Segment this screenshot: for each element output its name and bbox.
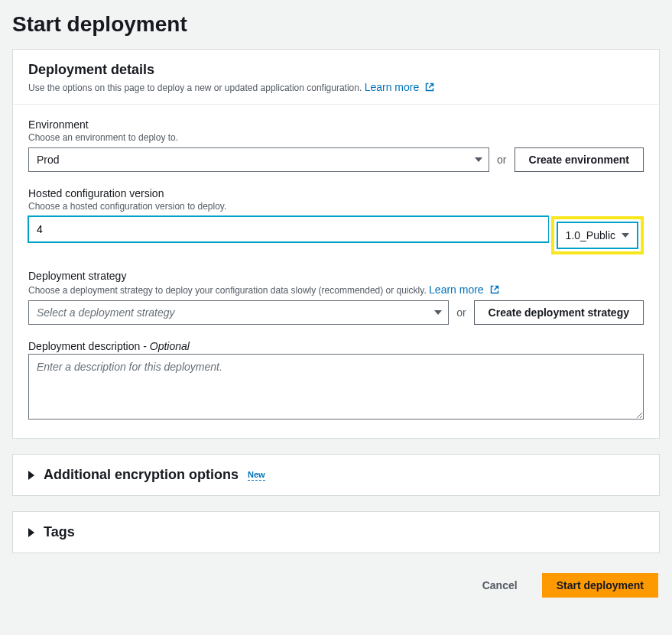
external-link-icon: [425, 81, 434, 93]
version-picker-highlight: 1.0_Public: [551, 216, 644, 254]
footer-actions: Cancel Start deployment: [12, 569, 660, 599]
chevron-down-icon: [434, 310, 442, 315]
strategy-select[interactable]: Select a deployment strategy: [28, 300, 449, 325]
hosted-config-version-picker[interactable]: 1.0_Public: [557, 222, 638, 248]
hosted-config-desc: Choose a hosted configuration version to…: [28, 201, 644, 212]
panel-body: Environment Choose an environment to dep…: [13, 105, 659, 438]
details-subtext: Use the options on this page to deploy a…: [28, 81, 644, 93]
hosted-config-label: Hosted configuration version: [28, 187, 644, 199]
create-strategy-button[interactable]: Create deployment strategy: [474, 300, 644, 325]
environment-label: Environment: [28, 118, 644, 131]
tags-panel[interactable]: Tags: [12, 511, 660, 553]
strategy-desc-text: Choose a deployment strategy to deploy y…: [28, 285, 427, 296]
strategy-field: Deployment strategy Choose a deployment …: [28, 270, 644, 325]
chevron-down-icon: [622, 233, 629, 238]
or-text: or: [497, 154, 506, 166]
environment-select[interactable]: Prod: [28, 147, 489, 172]
or-text: or: [456, 306, 466, 319]
panel-header: Deployment details Use the options on th…: [13, 50, 659, 105]
external-link-icon: [490, 283, 499, 296]
description-label-optional: Optional: [150, 340, 190, 352]
start-deployment-button[interactable]: Start deployment: [542, 573, 658, 598]
encryption-title: Additional encryption options: [44, 467, 239, 483]
hosted-config-version-input[interactable]: [28, 216, 548, 242]
strategy-desc: Choose a deployment strategy to deploy y…: [28, 283, 644, 296]
encryption-panel[interactable]: Additional encryption options New: [12, 454, 660, 496]
description-field: Deployment description - Optional: [28, 340, 644, 423]
cancel-button[interactable]: Cancel: [469, 573, 531, 598]
new-badge: New: [248, 470, 265, 481]
tags-title: Tags: [44, 524, 75, 540]
chevron-down-icon: [475, 157, 482, 162]
version-picker-value: 1.0_Public: [566, 229, 615, 241]
details-title: Deployment details: [28, 62, 644, 78]
disclosure-triangle-icon[interactable]: [28, 528, 34, 537]
strategy-label: Deployment strategy: [28, 270, 644, 282]
description-textarea[interactable]: [28, 354, 644, 420]
strategy-learn-more-link[interactable]: Learn more: [429, 283, 498, 296]
hosted-config-field: Hosted configuration version Choose a ho…: [28, 187, 644, 254]
description-label-main: Deployment description -: [28, 340, 150, 352]
description-label: Deployment description - Optional: [28, 340, 644, 352]
environment-field: Environment Choose an environment to dep…: [28, 118, 644, 172]
learn-more-text: Learn more: [429, 283, 484, 296]
disclosure-triangle-icon[interactable]: [28, 471, 34, 480]
details-subtext-text: Use the options on this page to deploy a…: [28, 83, 362, 93]
page-title: Start deployment: [12, 12, 660, 37]
create-environment-button[interactable]: Create environment: [515, 147, 644, 172]
strategy-placeholder: Select a deployment strategy: [37, 306, 175, 319]
details-learn-more-link[interactable]: Learn more: [365, 81, 434, 93]
environment-desc: Choose an environment to deploy to.: [28, 132, 644, 143]
learn-more-text: Learn more: [365, 81, 420, 93]
environment-value: Prod: [37, 154, 60, 166]
deployment-details-panel: Deployment details Use the options on th…: [12, 49, 660, 439]
